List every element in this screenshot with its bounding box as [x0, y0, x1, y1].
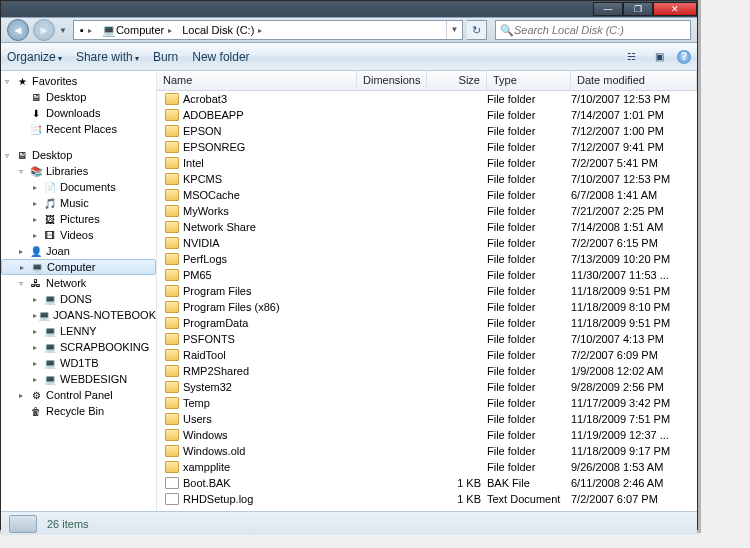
nav-item-joan[interactable]: ▸👤Joan	[1, 243, 156, 259]
col-size[interactable]: Size	[427, 71, 487, 90]
nav-item-joans-notebook[interactable]: ▸💻JOANS-NOTEBOOK	[1, 307, 156, 323]
file-date: 7/2/2007 6:09 PM	[571, 349, 697, 361]
preview-pane-button[interactable]: ▣	[649, 49, 669, 65]
file-date: 11/19/2009 12:37 ...	[571, 429, 697, 441]
file-row[interactable]: EPSONREGFile folder7/12/2007 9:41 PM	[157, 139, 697, 155]
column-headers[interactable]: Name Dimensions Size Type Date modified	[157, 71, 697, 91]
file-row[interactable]: MSOCacheFile folder6/7/2008 1:41 AM	[157, 187, 697, 203]
minimize-button[interactable]: —	[593, 2, 623, 16]
folder-icon	[165, 269, 179, 281]
file-row[interactable]: RHDSetup.log1 KBText Document7/2/2007 6:…	[157, 491, 697, 507]
expand-icon: ▸	[20, 263, 30, 272]
nav-item-favorites[interactable]: ▿★Favorites	[1, 73, 156, 89]
close-button[interactable]: ✕	[653, 2, 697, 16]
nav-item-pictures[interactable]: ▸🖼Pictures	[1, 211, 156, 227]
new-folder-button[interactable]: New folder	[192, 50, 249, 64]
file-row[interactable]: xamppliteFile folder9/26/2008 1:53 AM	[157, 459, 697, 475]
crumb-local-disk[interactable]: Local Disk (C:) ▸	[176, 21, 266, 39]
file-row[interactable]: EPSONFile folder7/12/2007 1:00 PM	[157, 123, 697, 139]
file-name: RaidTool	[183, 349, 226, 361]
file-row[interactable]: IntelFile folder7/2/2007 5:41 PM	[157, 155, 697, 171]
file-date: 1/9/2008 12:02 AM	[571, 365, 697, 377]
nav-item-wd1tb[interactable]: ▸💻WD1TB	[1, 355, 156, 371]
tree-icon: 🖥	[29, 92, 43, 103]
nav-item-scrapbooking[interactable]: ▸💻SCRAPBOOKING	[1, 339, 156, 355]
nav-item-downloads[interactable]: ⬇Downloads	[1, 105, 156, 121]
file-row[interactable]: Network ShareFile folder7/14/2008 1:51 A…	[157, 219, 697, 235]
organize-menu[interactable]: Organize	[7, 50, 62, 64]
tree-label: WD1TB	[60, 357, 99, 369]
crumb-computer[interactable]: 💻 Computer ▸	[96, 21, 176, 39]
file-row[interactable]: PM65File folder11/30/2007 11:53 ...	[157, 267, 697, 283]
file-row[interactable]: ProgramDataFile folder11/18/2009 9:51 PM	[157, 315, 697, 331]
file-row[interactable]: ADOBEAPPFile folder7/14/2007 1:01 PM	[157, 107, 697, 123]
nav-item-computer[interactable]: ▸💻Computer	[1, 259, 156, 275]
nav-item-music[interactable]: ▸🎵Music	[1, 195, 156, 211]
address-bar[interactable]: ▪▸ 💻 Computer ▸ Local Disk (C:) ▸ ▼	[73, 20, 463, 40]
expand-icon: ▸	[33, 343, 43, 352]
file-row[interactable]: Windows.oldFile folder11/18/2009 9:17 PM	[157, 443, 697, 459]
share-menu[interactable]: Share with	[76, 50, 139, 64]
file-size: 1 KB	[427, 493, 487, 505]
folder-icon	[165, 445, 179, 457]
file-row[interactable]: PSFONTSFile folder7/10/2007 4:13 PM	[157, 331, 697, 347]
file-type: File folder	[487, 317, 571, 329]
nav-item-recent-places[interactable]: 📑Recent Places	[1, 121, 156, 137]
nav-item-desktop[interactable]: 🖥Desktop	[1, 89, 156, 105]
file-name: Windows.old	[183, 445, 245, 457]
search-input[interactable]	[514, 24, 686, 36]
search-box[interactable]: 🔍	[495, 20, 691, 40]
tree-label: JOANS-NOTEBOOK	[53, 309, 156, 321]
nav-item-recycle-bin[interactable]: 🗑Recycle Bin	[1, 403, 156, 419]
explorer-window: — ❐ ✕ ◄ ► ▼ ▪▸ 💻 Computer ▸ Local Disk (…	[0, 0, 698, 530]
file-row[interactable]: NVIDIAFile folder7/2/2007 6:15 PM	[157, 235, 697, 251]
file-type: File folder	[487, 429, 571, 441]
expand-icon: ▸	[19, 391, 29, 400]
nav-item-network[interactable]: ▿🖧Network	[1, 275, 156, 291]
col-dimensions[interactable]: Dimensions	[357, 71, 427, 90]
nav-item-videos[interactable]: ▸🎞Videos	[1, 227, 156, 243]
col-type[interactable]: Type	[487, 71, 571, 90]
nav-item-documents[interactable]: ▸📄Documents	[1, 179, 156, 195]
file-row[interactable]: UsersFile folder11/18/2009 7:51 PM	[157, 411, 697, 427]
maximize-button[interactable]: ❐	[623, 2, 653, 16]
tree-icon: 💻	[30, 262, 44, 273]
file-name: System32	[183, 381, 232, 393]
file-row[interactable]: PerfLogsFile folder7/13/2009 10:20 PM	[157, 251, 697, 267]
file-row[interactable]: KPCMSFile folder7/10/2007 12:53 PM	[157, 171, 697, 187]
nav-item-webdesign[interactable]: ▸💻WEBDESIGN	[1, 371, 156, 387]
nav-item-lenny[interactable]: ▸💻LENNY	[1, 323, 156, 339]
file-row[interactable]: TempFile folder11/17/2009 3:42 PM	[157, 395, 697, 411]
crumb-root-icon[interactable]: ▪▸	[74, 21, 96, 39]
tree-label: LENNY	[60, 325, 97, 337]
tree-label: SCRAPBOOKING	[60, 341, 149, 353]
back-button[interactable]: ◄	[7, 19, 29, 41]
burn-button[interactable]: Burn	[153, 50, 178, 64]
file-type: File folder	[487, 205, 571, 217]
nav-item-dons[interactable]: ▸💻DONS	[1, 291, 156, 307]
file-row[interactable]: Acrobat3File folder7/10/2007 12:53 PM	[157, 91, 697, 107]
crumb-label: Local Disk (C:)	[182, 24, 254, 36]
file-name: Intel	[183, 157, 204, 169]
nav-history-dropdown[interactable]: ▼	[59, 26, 69, 35]
forward-button[interactable]: ►	[33, 19, 55, 41]
command-bar: Organize Share with Burn New folder ☵ ▣ …	[1, 43, 697, 71]
view-options-button[interactable]: ☵	[621, 49, 641, 65]
nav-item-control-panel[interactable]: ▸⚙Control Panel	[1, 387, 156, 403]
file-row[interactable]: RMP2SharedFile folder1/9/2008 12:02 AM	[157, 363, 697, 379]
nav-item-libraries[interactable]: ▿📚Libraries	[1, 163, 156, 179]
tree-label: DONS	[60, 293, 92, 305]
help-button[interactable]: ?	[677, 50, 691, 64]
file-row[interactable]: System32File folder9/28/2009 2:56 PM	[157, 379, 697, 395]
refresh-button[interactable]: ↻	[467, 20, 487, 40]
file-row[interactable]: Program FilesFile folder11/18/2009 9:51 …	[157, 283, 697, 299]
file-row[interactable]: WindowsFile folder11/19/2009 12:37 ...	[157, 427, 697, 443]
col-name[interactable]: Name	[157, 71, 357, 90]
col-date[interactable]: Date modified	[571, 71, 697, 90]
file-row[interactable]: RaidToolFile folder7/2/2007 6:09 PM	[157, 347, 697, 363]
nav-item-desktop[interactable]: ▿🖥Desktop	[1, 147, 156, 163]
file-row[interactable]: Boot.BAK1 KBBAK File6/11/2008 2:46 AM	[157, 475, 697, 491]
address-dropdown[interactable]: ▼	[446, 21, 462, 39]
file-row[interactable]: MyWorksFile folder7/21/2007 2:25 PM	[157, 203, 697, 219]
file-row[interactable]: Program Files (x86)File folder11/18/2009…	[157, 299, 697, 315]
